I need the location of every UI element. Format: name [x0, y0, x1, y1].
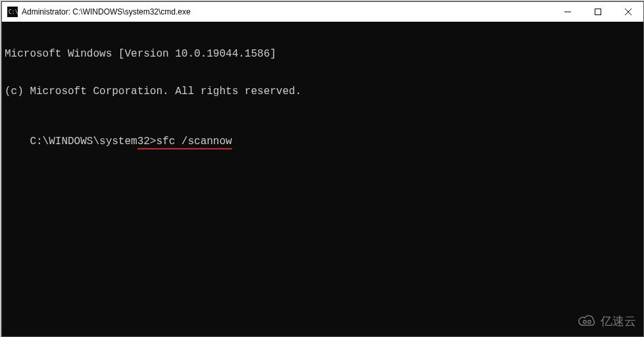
- window-controls: [553, 2, 643, 22]
- window-title: Administrator: C:\WINDOWS\system32\cmd.e…: [22, 7, 553, 16]
- minimize-button[interactable]: [553, 2, 583, 22]
- terminal-area[interactable]: Microsoft Windows [Version 10.0.19044.15…: [2, 22, 643, 336]
- command-highlight: [137, 148, 232, 149]
- terminal-prompt-line: C:\WINDOWS\system32>sfc /scannow: [30, 136, 232, 148]
- titlebar[interactable]: C:\ Administrator: C:\WINDOWS\system32\c…: [2, 2, 643, 22]
- terminal-output-line: (c) Microsoft Corporation. All rights re…: [5, 86, 641, 98]
- svg-text:C:\: C:\: [9, 9, 18, 15]
- svg-rect-2: [595, 9, 601, 15]
- close-button[interactable]: [613, 2, 643, 22]
- terminal-output-line: Microsoft Windows [Version 10.0.19044.15…: [5, 48, 641, 61]
- cmd-icon: C:\: [7, 7, 18, 17]
- terminal-command: sfc /scannow: [156, 136, 232, 147]
- terminal-prompt: C:\WINDOWS\system32>: [30, 136, 156, 147]
- cmd-window: C:\ Administrator: C:\WINDOWS\system32\c…: [1, 1, 644, 337]
- maximize-button[interactable]: [583, 2, 613, 22]
